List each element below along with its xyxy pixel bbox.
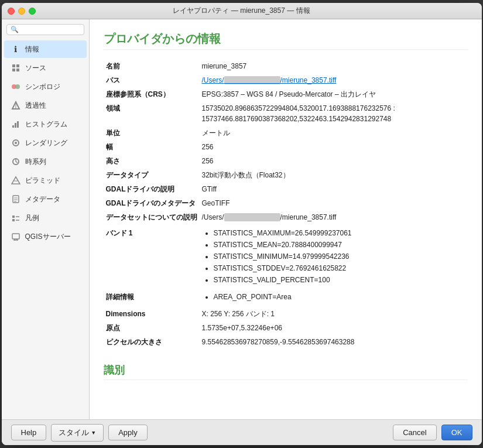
pyramids-icon [10,175,22,186]
close-button[interactable] [8,8,15,15]
rendering-icon [10,137,22,149]
field-value: メートル [200,126,468,140]
table-row: GDALドライバのメタデータ GeoTIFF [104,196,468,210]
sidebar-item-info[interactable]: ℹ 情報 [4,40,87,58]
field-value: mierune_3857 [200,59,468,73]
table-row: GDALドライバの説明 GTiff [104,182,468,196]
sidebar-item-label: メタデータ [25,194,60,204]
svg-rect-3 [16,69,19,71]
sidebar-item-rendering[interactable]: レンダリング [4,134,87,152]
table-row: 幅 256 [104,140,468,154]
sidebar-item-source[interactable]: ソース [4,59,87,77]
sidebar-item-histogram[interactable]: ヒストグラム [4,115,87,133]
table-row: バンド 1 STATISTICS_MAXIMUM=26.549999237061… [104,224,468,288]
table-row: 単位 メートル [104,126,468,140]
titlebar: レイヤプロパティ — mierune_3857 — 情報 [2,3,482,19]
field-label: GDALドライバの説明 [104,182,200,196]
legend-icon [10,212,22,224]
svg-rect-10 [17,121,19,128]
field-value: X: 256 Y: 256 バンド: 1 [200,305,468,321]
info-icon: ℹ [10,43,22,55]
metadata-icon [10,193,22,205]
table-row: 高さ 256 [104,154,468,168]
style-label: スタイル [59,428,89,438]
band1-stats-list: STATISTICS_MAXIMUM=26.549999237061 STATI… [202,228,465,285]
field-value: 32bit浮動小数点（Float32） [200,168,468,182]
sidebar-item-label: 情報 [25,45,39,54]
chevron-down-icon: ▼ [91,430,96,436]
sidebar-item-label: ヒストグラム [25,119,67,129]
style-button[interactable]: スタイル ▼ [51,424,104,442]
main-content: 🔍 ℹ 情報 ソース シンボロジ [2,19,482,419]
svg-rect-22 [12,216,15,218]
table-row: 領域 15735020.8968635722994804,5320017.169… [104,101,468,126]
table-row: データタイプ 32bit浮動小数点（Float32） [104,168,468,182]
field-label: パス [104,73,200,87]
sidebar-item-metadata[interactable]: メタデータ [4,190,87,208]
table-row: 座標参照系（CRS） EPSG:3857 – WGS 84 / Pseudo-M… [104,87,468,101]
sidebar-item-pyramids[interactable]: ピラミッド [4,172,87,189]
transparency-icon [10,100,22,111]
sidebar-item-qgis-server[interactable]: QGISサーバー [4,228,87,245]
table-row: データセットについての説明 /Users/ /mierune_3857.tiff [104,210,468,224]
svg-rect-2 [12,69,15,71]
cancel-button[interactable]: Cancel [393,425,436,440]
sidebar: 🔍 ℹ 情報 ソース シンボロジ [2,19,90,419]
sidebar-item-label: ピラミッド [25,176,60,186]
list-item: STATISTICS_MAXIMUM=26.549999237061 [214,228,465,238]
content-scroll[interactable]: プロバイダからの情報 名前 mierune_3857 パス /Users/ /m… [90,19,482,419]
svg-point-12 [15,142,17,144]
field-value: STATISTICS_MAXIMUM=26.549999237061 STATI… [200,224,468,288]
list-item: STATISTICS_MEAN=20.7888400099947 [214,240,465,250]
sidebar-item-symbology[interactable]: シンボロジ [4,78,87,95]
source-icon [10,62,22,74]
provider-section-title: プロバイダからの情報 [104,31,468,50]
svg-rect-26 [12,234,19,239]
field-value: GeoTIFF [200,196,468,210]
temporal-icon [10,156,22,167]
help-button[interactable]: Help [11,425,47,440]
sidebar-item-label: QGISサーバー [25,232,71,242]
identify-section-title: 識別 [104,363,468,380]
table-row: パス /Users/ /mierune_3857.tiff [104,73,468,87]
field-value: 15735020.8968635722994804,5320017.169388… [200,101,468,126]
sidebar-item-label: レンダリング [25,138,67,148]
apply-button[interactable]: Apply [108,425,148,440]
sidebar-item-temporal[interactable]: 時系列 [4,153,87,170]
field-value: 1.5735e+07,5.32246e+06 [200,321,468,335]
field-value: EPSG:3857 – WGS 84 / Pseudo-Mercator – 出… [200,87,468,101]
svg-rect-9 [15,123,16,128]
minimize-button[interactable] [18,8,25,15]
search-input[interactable] [21,26,80,33]
sidebar-item-transparency[interactable]: 透過性 [4,97,87,114]
search-box[interactable]: 🔍 [6,24,84,35]
traffic-lights [8,8,36,15]
main-window: レイヤプロパティ — mierune_3857 — 情報 🔍 ℹ 情報 ソース [2,3,482,445]
svg-rect-8 [12,125,14,128]
field-value: /Users/ /mierune_3857.tiff [200,73,468,87]
ok-button[interactable]: OK [441,425,472,440]
content-area: プロバイダからの情報 名前 mierune_3857 パス /Users/ /m… [90,19,482,419]
field-label: 単位 [104,126,200,140]
list-item: AREA_OR_POINT=Area [214,292,465,302]
sidebar-item-label: 時系列 [25,157,46,167]
field-label: 幅 [104,140,200,154]
field-label: データセットについての説明 [104,210,200,224]
svg-rect-24 [12,219,15,221]
qgis-server-icon [10,231,22,242]
maximize-button[interactable] [29,8,36,15]
identify-section-spacer [104,380,468,403]
field-label: Dimensions [104,305,200,321]
search-icon: 🔍 [11,26,19,33]
list-item: STATISTICS_VALID_PERCENT=100 [214,275,465,285]
field-value: /Users/ /mierune_3857.tiff [200,210,468,224]
field-label: 原点 [104,321,200,335]
path-link[interactable]: /Users/ /mierune_3857.tiff [202,76,337,84]
symbology-icon [10,81,22,93]
svg-rect-1 [16,64,19,67]
field-value: AREA_OR_POINT=Area [200,288,468,305]
list-item: STATISTICS_STDDEV=2.7692461625822 [214,263,465,273]
table-row: 名前 mierune_3857 [104,59,468,73]
svg-rect-0 [12,64,15,67]
sidebar-item-legend[interactable]: 凡例 [4,209,87,227]
